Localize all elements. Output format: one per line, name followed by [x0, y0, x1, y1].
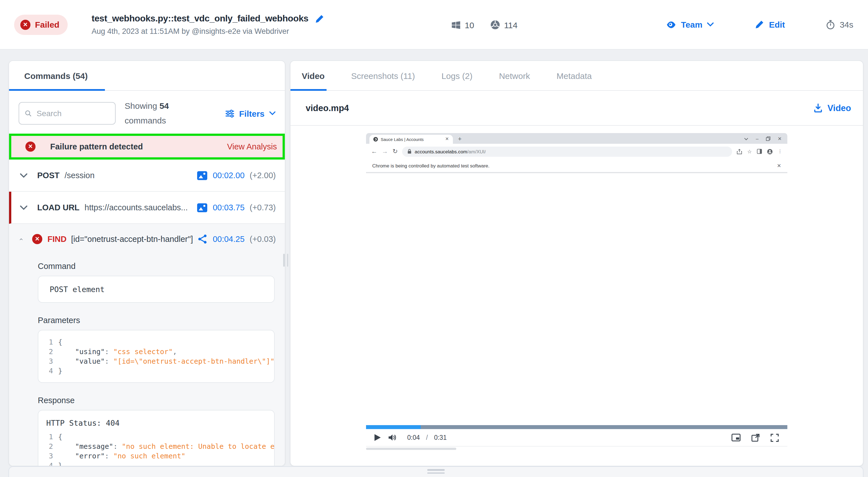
chevron-down-icon	[707, 22, 714, 27]
fullscreen-icon[interactable]	[770, 433, 779, 442]
volume-icon[interactable]	[388, 434, 397, 442]
tab-screenshots[interactable]: Screenshots (11)	[351, 71, 415, 81]
command-method: FIND	[48, 234, 67, 244]
line-number: 3	[38, 356, 53, 366]
share-icon[interactable]	[197, 234, 208, 244]
browser-toolbar: ← → ↻ accounts.saucelabs.com/am/XUI/ ☆	[366, 144, 787, 159]
asset-tabbar: Video Screenshots (11) Logs (2) Network …	[290, 61, 863, 91]
share-page-icon	[737, 149, 742, 154]
status-badge: ✕ Failed	[14, 14, 68, 35]
active-tab-underline	[290, 89, 327, 91]
screenshot-image-icon[interactable]	[197, 170, 208, 180]
chevron-down-icon	[269, 111, 276, 116]
video-controls: 0:04 / 0:31	[366, 429, 787, 447]
code-token: :	[113, 442, 122, 451]
command-timestamp[interactable]: 00:02.00	[213, 171, 245, 180]
download-video-button[interactable]: Video	[813, 103, 851, 113]
browser-version: 114	[504, 20, 518, 30]
showing-count: Showing 54 commands	[125, 99, 169, 128]
filters-button[interactable]: Filters	[225, 108, 276, 118]
video-progress-fill	[366, 425, 421, 429]
status-badge-label: Failed	[35, 20, 60, 29]
browser-tab-title: Sauce Labs | Accounts	[381, 137, 442, 142]
line-number: 2	[38, 347, 53, 356]
commands-tabbar: Commands (54)	[9, 61, 285, 91]
url-domain: accounts.saucelabs.com	[414, 149, 467, 154]
response-section-label: Response	[38, 396, 275, 405]
asset-panel: Video Screenshots (11) Logs (2) Network …	[290, 60, 864, 466]
commands-panel: Commands (54) Showing 54 commands Filter…	[8, 60, 285, 466]
os-version: 10	[465, 20, 474, 30]
play-icon[interactable]	[374, 434, 381, 441]
tab-video[interactable]: Video	[302, 71, 324, 81]
window-controls: – ✕	[744, 136, 784, 141]
command-row-find[interactable]: ✕ FIND [id="onetrust-accept-btn-handler"…	[9, 224, 285, 254]
browser-tab: Sauce Labs | Accounts ✕	[369, 135, 453, 144]
command-row-load-url[interactable]: LOAD URL https://accounts.saucelabs... 0…	[9, 192, 285, 224]
drawer-drag-handle-icon[interactable]	[427, 469, 445, 475]
command-timestamp[interactable]: 00:03.75	[213, 203, 245, 212]
showing-prefix: Showing	[125, 101, 157, 110]
panel-resize-handle[interactable]	[283, 254, 288, 267]
test-run-subtitle: Aug 4th, 2023 at 11:51AM by @insights-e2…	[92, 27, 324, 35]
minimize-icon: –	[756, 136, 758, 141]
bottom-drawer[interactable]	[8, 466, 864, 477]
edit-title-pencil-icon[interactable]	[315, 14, 324, 23]
video-player: Sauce Labs | Accounts ✕ + – ✕	[290, 133, 863, 466]
edit-button[interactable]: Edit	[755, 20, 785, 29]
platform-info: 10 114	[451, 0, 518, 50]
line-number: 4	[38, 366, 53, 376]
tab-commands[interactable]: Commands (54)	[24, 71, 88, 81]
command-detail: /session	[65, 171, 94, 180]
command-row-post-session[interactable]: POST /session 00:02.00 (+2.00)	[9, 160, 285, 192]
filters-sliders-icon	[225, 109, 235, 118]
restore-window-icon	[766, 136, 770, 141]
http-status: HTTP Status: 404	[38, 417, 274, 432]
page-title: test_webhooks.py::test_vdc_only_failed_w…	[92, 13, 309, 24]
code-token: "error"	[58, 451, 105, 460]
picture-in-picture-icon[interactable]	[732, 434, 741, 442]
browser-page-blank	[366, 173, 787, 425]
video-frame-browser: Sauce Labs | Accounts ✕ + – ✕	[366, 133, 787, 425]
command-detail-panel: Command POST element Parameters 1{ 2 "us…	[9, 262, 285, 466]
command-value-box: POST element	[38, 276, 275, 303]
showing-suffix: commands	[125, 116, 166, 125]
command-timestamp[interactable]: 00:04.25	[213, 234, 245, 244]
download-icon	[813, 103, 823, 113]
command-delta: (+0.03)	[250, 234, 276, 244]
chrome-icon	[490, 20, 500, 30]
infobar-text: Chrome is being controlled by automated …	[372, 163, 490, 168]
chevron-down-icon[interactable]	[20, 205, 28, 210]
view-analysis-link[interactable]: View Analysis	[227, 142, 277, 151]
failure-pattern-banner[interactable]: ✕ Failure pattern detected View Analysis	[9, 134, 285, 160]
horizontal-scrollbar[interactable]	[290, 448, 863, 450]
tab-network[interactable]: Network	[499, 71, 530, 81]
code-token: ,	[173, 347, 177, 356]
search-input[interactable]	[19, 102, 116, 125]
tab-logs[interactable]: Logs (2)	[441, 71, 472, 81]
command-detail: [id="onetrust-accept-btn-handler"]	[71, 234, 193, 244]
team-visibility-dropdown[interactable]: Team	[666, 20, 714, 30]
chevron-down-icon[interactable]	[20, 173, 28, 178]
filters-label: Filters	[239, 108, 265, 118]
test-details-page: ✕ Failed test_webhooks.py::test_vdc_only…	[0, 0, 868, 477]
address-bar: accounts.saucelabs.com/am/XUI/	[402, 146, 732, 156]
failure-banner-label: Failure pattern detected	[50, 142, 143, 151]
line-number: 3	[38, 451, 53, 460]
title-block: test_webhooks.py::test_vdc_only_failed_w…	[92, 13, 324, 35]
active-tab-underline	[9, 89, 105, 91]
code-token: "no such element"	[113, 451, 186, 460]
browser-tabstrip: Sauce Labs | Accounts ✕ + – ✕	[366, 133, 787, 144]
time-separator: /	[426, 434, 428, 441]
open-in-new-icon[interactable]	[751, 433, 760, 442]
tab-metadata[interactable]: Metadata	[556, 71, 592, 81]
video-time: 0:04 / 0:31	[407, 434, 447, 441]
showing-count-value: 54	[159, 101, 168, 110]
chevron-up-icon[interactable]	[20, 236, 23, 242]
command-method: POST	[37, 171, 60, 180]
video-progress-bar[interactable]	[366, 425, 787, 429]
parameters-code-box: 1{ 2 "using": "css selector", 3 "value":…	[38, 330, 275, 383]
screenshot-image-icon[interactable]	[197, 203, 208, 212]
error-x-icon: ✕	[32, 234, 42, 244]
search-field[interactable]	[35, 108, 110, 118]
